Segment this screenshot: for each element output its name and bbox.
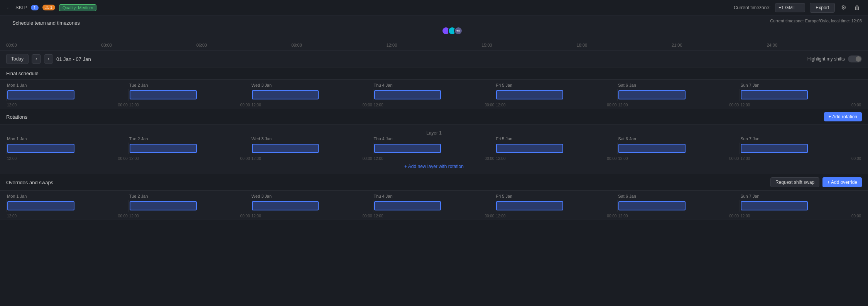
time-sub-label-2: 00:00 xyxy=(729,156,739,161)
time-sub-label-1: 12:00 xyxy=(618,214,628,218)
time-sub-label-2: 00:00 xyxy=(363,214,372,218)
day-column: Fri 5 Jan 12:00 00:00 xyxy=(495,194,617,218)
shift-bar[interactable] xyxy=(252,201,319,210)
shift-bar[interactable] xyxy=(496,201,563,210)
shift-bar[interactable] xyxy=(7,90,74,99)
time-sub-label-1: 12:00 xyxy=(740,214,750,218)
time-sub-labels: 12:00 00:00 xyxy=(617,213,740,218)
day-column: Thu 4 Jan 12:00 00:00 xyxy=(373,83,495,107)
shift-bar[interactable] xyxy=(7,201,74,210)
time-label-1800: 18:00 xyxy=(577,43,672,47)
shift-bar[interactable] xyxy=(130,90,197,99)
day-header: Tue 2 Jan xyxy=(128,194,251,198)
time-sub-labels: 12:00 00:00 xyxy=(251,102,373,107)
final-schedule-section: Final schedule Mon 1 Jan 12:00 00:00 Tue… xyxy=(0,67,868,109)
shift-bar[interactable] xyxy=(741,90,808,99)
time-sub-label-1: 12:00 xyxy=(374,156,383,161)
day-column: Thu 4 Jan 12:00 00:00 xyxy=(373,136,495,161)
add-layer-link[interactable]: + Add new layer with rotation xyxy=(6,161,862,172)
time-sub-label-2: 00:00 xyxy=(363,156,372,161)
time-sub-label-1: 12:00 xyxy=(618,103,628,107)
shift-bar[interactable] xyxy=(374,144,441,153)
next-button[interactable]: › xyxy=(44,54,53,64)
shift-bar[interactable] xyxy=(618,201,686,210)
shift-bar-container xyxy=(495,143,617,154)
time-label-0300: 03:00 xyxy=(101,43,196,47)
time-sub-label-1: 12:00 xyxy=(129,156,139,161)
time-sub-labels: 12:00 00:00 xyxy=(6,156,128,161)
timezone-select[interactable]: +1 GMT UTC +2 GMT xyxy=(775,3,805,12)
day-column: Sat 6 Jan 12:00 00:00 xyxy=(617,83,740,107)
time-sub-label-2: 00:00 xyxy=(240,156,250,161)
time-label-0900: 09:00 xyxy=(291,43,386,47)
timeline-header: Schedule team and timezones Current time… xyxy=(0,15,868,51)
day-header: Mon 1 Jan xyxy=(6,83,128,87)
timeline-title: Schedule team and timezones xyxy=(6,20,80,26)
day-header: Sun 7 Jan xyxy=(740,136,862,141)
time-sub-labels: 12:00 00:00 xyxy=(617,102,740,107)
time-sub-label-2: 00:00 xyxy=(729,214,739,218)
day-header: Thu 4 Jan xyxy=(373,136,495,141)
time-sub-labels: 12:00 00:00 xyxy=(6,213,128,218)
export-button[interactable]: Export xyxy=(810,3,835,13)
day-header: Mon 1 Jan xyxy=(6,194,128,198)
delete-button[interactable]: 🗑 xyxy=(853,3,862,13)
time-label-1500: 15:00 xyxy=(481,43,576,47)
avatar-more: +5 xyxy=(454,27,463,35)
prev-button[interactable]: ‹ xyxy=(32,54,41,64)
time-sub-label-2: 00:00 xyxy=(118,214,128,218)
day-column: Wed 3 Jan 12:00 00:00 xyxy=(251,194,373,218)
time-sub-label-1: 12:00 xyxy=(129,214,139,218)
time-sub-label-1: 12:00 xyxy=(374,214,383,218)
shift-bar[interactable] xyxy=(130,144,197,153)
shift-bar-container xyxy=(495,89,617,101)
shift-bar[interactable] xyxy=(618,144,686,153)
day-header: Wed 3 Jan xyxy=(251,136,373,141)
day-header: Tue 2 Jan xyxy=(128,136,251,141)
time-sub-label-2: 00:00 xyxy=(240,214,250,218)
date-range: 01 Jan - 07 Jan xyxy=(56,56,91,62)
overrides-section: Overrides and swaps Request shift swap +… xyxy=(0,174,868,220)
shift-bar[interactable] xyxy=(252,144,319,153)
toggle-knob xyxy=(856,56,861,62)
layer-label: Layer 1 xyxy=(6,128,862,136)
shift-bar[interactable] xyxy=(374,201,441,210)
shift-bar[interactable] xyxy=(130,201,197,210)
time-sub-label-2: 00:00 xyxy=(607,214,616,218)
shift-bar[interactable] xyxy=(252,90,319,99)
shift-bar-container xyxy=(128,89,251,101)
day-column: Wed 3 Jan 12:00 00:00 xyxy=(251,136,373,161)
time-label-2100: 21:00 xyxy=(672,43,767,47)
day-header: Sun 7 Jan xyxy=(740,83,862,87)
add-rotation-button[interactable]: + Add rotation xyxy=(824,112,862,121)
shift-bar[interactable] xyxy=(741,144,808,153)
quality-badge: Quality: Medium xyxy=(59,4,96,11)
highlight-toggle[interactable] xyxy=(848,55,862,62)
time-sub-label-1: 12:00 xyxy=(740,103,750,107)
request-shift-swap-button[interactable]: Request shift swap xyxy=(770,177,819,187)
shift-bar[interactable] xyxy=(7,144,74,153)
shift-bar-container xyxy=(251,89,373,101)
day-column: Fri 5 Jan 12:00 00:00 xyxy=(495,83,617,107)
shift-bar[interactable] xyxy=(496,90,563,99)
time-labels: 00:00 03:00 06:00 09:00 12:00 15:00 18:0… xyxy=(0,43,868,47)
time-sub-label-2: 00:00 xyxy=(851,214,861,218)
time-sub-label-2: 00:00 xyxy=(729,103,739,107)
shift-bar[interactable] xyxy=(741,201,808,210)
back-button[interactable]: ← xyxy=(6,5,12,11)
shift-bar[interactable] xyxy=(618,90,686,99)
time-sub-labels: 12:00 00:00 xyxy=(740,102,862,107)
time-sub-labels: 12:00 00:00 xyxy=(128,102,251,107)
shift-bar-container xyxy=(251,200,373,212)
shift-bar-container xyxy=(6,143,128,154)
settings-button[interactable]: ⚙ xyxy=(839,2,848,13)
day-header: Fri 5 Jan xyxy=(495,194,617,198)
shift-bar[interactable] xyxy=(374,90,441,99)
overrides-days: Mon 1 Jan 12:00 00:00 Tue 2 Jan 12:00 00… xyxy=(6,194,862,218)
time-sub-labels: 12:00 00:00 xyxy=(373,213,495,218)
add-override-button[interactable]: + Add override xyxy=(822,177,862,187)
shift-bar[interactable] xyxy=(496,144,563,153)
day-column: Sun 7 Jan 12:00 00:00 xyxy=(740,194,862,218)
time-sub-labels: 12:00 00:00 xyxy=(373,102,495,107)
today-button[interactable]: Today xyxy=(6,54,29,64)
